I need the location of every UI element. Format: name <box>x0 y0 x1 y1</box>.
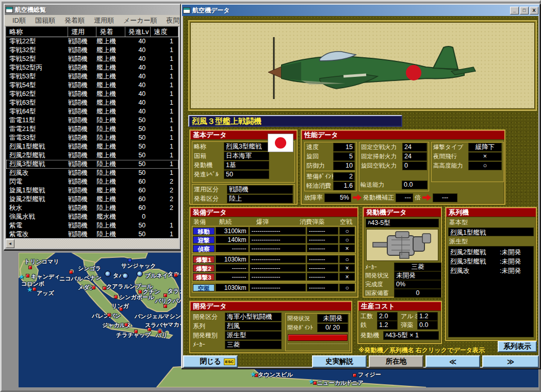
aircraft-row[interactable]: 零戦22型戦闘機 艦上機40 1 <box>6 37 178 46</box>
col-header-speed[interactable]: 速度 <box>151 27 178 37</box>
engine-field: ﾒｰｶｰ三菱 <box>364 263 443 271</box>
convoy-icon[interactable] <box>137 271 143 277</box>
bottom-button[interactable]: 史実解説 <box>312 355 367 368</box>
col-header-name[interactable]: 略称 <box>6 27 68 37</box>
aircraft-row[interactable]: 秋水戦闘機 陸上機60 2 <box>6 204 178 213</box>
equipment-mode-chip: 迎撃 <box>193 236 215 243</box>
derived-item[interactable]: 烈風2型艦戦:未開発 <box>450 248 532 257</box>
right-click-hint: ※発動機／系列機名 右クリックでデータ表示 <box>358 346 485 355</box>
city-marker-icon[interactable] <box>103 286 106 290</box>
city-marker-icon[interactable] <box>32 287 36 291</box>
aircraft-row[interactable]: 零戦63型戦闘機 艦上機40 1 <box>6 99 178 107</box>
sort-menu-item[interactable]: 国籍順 <box>30 16 60 25</box>
blue-marker-icon[interactable] <box>128 258 132 262</box>
bottom-button[interactable]: 所在地 <box>369 355 423 368</box>
city-marker-icon[interactable] <box>92 286 95 289</box>
minimize-icon[interactable]: _ <box>510 7 519 14</box>
city-marker-icon[interactable] <box>69 270 73 274</box>
city-marker-icon[interactable] <box>138 290 142 293</box>
overview-window-title: 航空機総覧 <box>15 6 46 14</box>
col-header-base[interactable]: 発着 <box>96 27 125 37</box>
failure-rate-label: 故障率 <box>304 193 323 202</box>
aircraft-row[interactable]: 烈風3型艦戦戦闘機 陸上機50 1 <box>6 160 178 169</box>
horizontal-scrollbar[interactable]: ◄ <box>6 239 179 248</box>
aircraft-row[interactable]: 雷電33型戦闘機 陸上機50 1 <box>6 134 178 142</box>
city-marker-icon[interactable] <box>119 307 123 311</box>
development-field: 開発種別派生型 <box>191 331 283 340</box>
failure-rate-value: 5% <box>324 193 351 202</box>
aircraft-row[interactable]: 烈風2型艦戦戦闘機 艦上機50 1 <box>6 151 178 160</box>
city-marker-icon[interactable] <box>26 274 29 277</box>
bottom-button-row: 史実解説 所在地 ≪ ≫ 閉じるESC <box>183 355 540 368</box>
base-type-value[interactable]: 烈風1型艦戦 <box>448 227 534 236</box>
city-marker-icon[interactable] <box>124 323 128 326</box>
aircraft-row[interactable]: 烈風改戦闘機 陸上機50 1 <box>6 169 178 177</box>
city-marker-icon[interactable] <box>163 293 167 297</box>
city-marker-icon[interactable] <box>158 330 161 333</box>
bottom-button[interactable]: ≫ <box>482 355 539 368</box>
development-field: 開発区分海軍小型戦闘機 <box>191 312 283 321</box>
engine-cost-value[interactable]: ﾊ43-5型 × 1 <box>383 331 439 340</box>
esc-badge: ESC <box>224 358 235 365</box>
scroll-left-arrow-icon[interactable]: ◄ <box>6 239 14 248</box>
maximize-icon[interactable]: □ <box>520 7 529 14</box>
city-marker-icon[interactable] <box>114 295 118 299</box>
aircraft-row[interactable]: 零戦52型丙戦闘機 艦上機40 1 <box>6 63 178 72</box>
sort-menu: ID順国籍順発着順運用順メーカー順夜間 <box>5 15 180 26</box>
bottom-button[interactable]: 閉じるESC <box>183 355 238 368</box>
sort-menu-item[interactable]: 発着順 <box>60 16 89 25</box>
city-marker-icon[interactable] <box>353 373 356 377</box>
aircraft-list[interactable]: 略称 運用 発着 発進Lv 速度 零戦22型戦闘機 艦上機40 1 零戦32型戦… <box>6 26 179 239</box>
city-marker-icon[interactable] <box>107 313 111 317</box>
aircraft-row[interactable]: 旋風1型艦戦戦闘機 艦上機60 2 <box>6 186 178 195</box>
aircraft-row[interactable]: 旋風2型艦戦戦闘機 艦上機60 2 <box>6 195 178 204</box>
aircraft-row[interactable]: 零戦32型戦闘機 艦上機40 1 <box>6 46 178 55</box>
bottom-button[interactable]: ≪ <box>425 355 480 368</box>
aircraft-row[interactable]: 強風水戦戦闘機 艦水機0 <box>6 213 178 221</box>
sort-menu-item[interactable]: メーカー順 <box>119 16 162 25</box>
equipment-mode-chip: 爆撃2 <box>193 265 215 272</box>
overview-titlebar[interactable]: 航空機総覧 <box>5 5 180 15</box>
city-marker-icon[interactable] <box>163 304 167 308</box>
map-city-label: ニューカルドニア <box>317 379 364 387</box>
development-status-field: 開発状況未開発 <box>286 314 350 323</box>
data-titlebar[interactable]: 航空機データ _ □ X <box>182 5 539 16</box>
aircraft-row[interactable]: 零戦64型戦闘機 艦上機40 1 <box>6 107 178 116</box>
convoy-icon[interactable] <box>122 273 128 279</box>
city-marker-icon[interactable] <box>174 273 177 277</box>
aircraft-row[interactable]: 零戦54型戦闘機 艦上機40 1 <box>6 81 178 90</box>
aircraft-row[interactable]: 紫電改戦闘機 陸上機50 1 <box>6 230 178 239</box>
aircraft-row[interactable]: 零戦62型戦闘機 艦上機40 1 <box>6 90 178 99</box>
perf-field: 旋回5 <box>305 152 356 161</box>
series-view-button[interactable]: 系列表示 <box>498 341 537 352</box>
aircraft-row[interactable]: 閃電戦闘機 陸上機60 2 <box>6 177 178 186</box>
city-marker-icon[interactable] <box>147 328 151 331</box>
col-header-lv[interactable]: 発進Lv <box>125 27 151 37</box>
production-cost-panel: 生産コスト 工数2.0 アルミ1.2 鉄1.2 弾薬0.0 発動機 ﾊ43-5型… <box>357 301 442 344</box>
base-star-icon: ★ <box>27 287 33 292</box>
derived-item[interactable]: 烈風改:未開発 <box>450 266 532 275</box>
aircraft-row[interactable]: 零戦52型戦闘機 艦上機40 1 <box>6 55 178 63</box>
equipment-mode-chip: 空挺 <box>193 284 215 291</box>
sort-menu-item[interactable]: ID順 <box>8 16 30 25</box>
equipment-row: 空挺 1030km-------------- --------○ <box>192 283 355 292</box>
col-header-role[interactable]: 運用 <box>68 27 96 37</box>
aircraft-row[interactable]: 烈風1型艦戦戦闘機 艦上機50 1 <box>6 142 178 151</box>
aircraft-drawing-icon <box>191 23 537 110</box>
engine-name-field[interactable]: ﾊ43-5型 <box>366 219 439 227</box>
city-marker-icon[interactable] <box>28 266 32 269</box>
perf-field: 爆撃タイプ緩降下 <box>432 142 503 152</box>
app-window-icon <box>6 7 13 13</box>
derived-item[interactable]: 烈風3型艦戦:未開発 <box>450 257 532 266</box>
aircraft-row[interactable]: 雷電21型戦闘機 陸上機50 1 <box>6 125 178 134</box>
aircraft-row[interactable]: 雷電11型戦闘機 陸上機50 1 <box>6 116 178 125</box>
aircraft-row[interactable]: 紫電戦闘機 陸上機50 1 <box>6 221 178 230</box>
scrollbar-track[interactable] <box>14 239 179 248</box>
performance-data-panel: 性能データ 速度15 旋回5 防御力10 整備ﾎﾟｲﾝﾄ2 軽油消費1. <box>301 129 505 205</box>
sort-menu-item[interactable]: 運用順 <box>89 16 119 25</box>
close-icon[interactable]: X <box>530 7 538 14</box>
equipment-data-header: 装備データ <box>190 208 357 217</box>
convoy-icon[interactable] <box>105 271 111 277</box>
city-marker-icon[interactable] <box>134 330 138 333</box>
aircraft-row[interactable]: 零戦53型戦闘機 艦上機40 1 <box>6 72 178 81</box>
